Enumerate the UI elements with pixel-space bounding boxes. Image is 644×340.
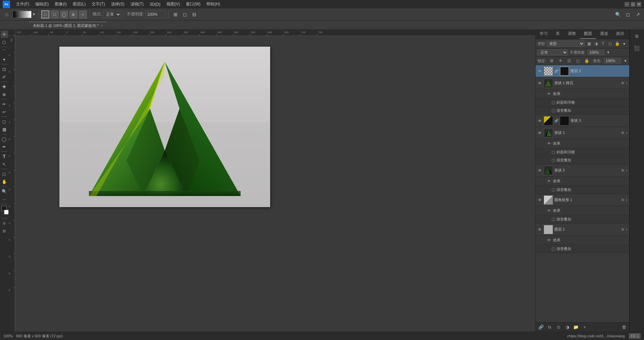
quick-mask-tool[interactable]: ⊙ [1, 220, 8, 227]
layer-item-layer1[interactable]: 👁 图层 1 fx ∧ [536, 224, 629, 236]
shape-tool[interactable]: ◻ [1, 170, 8, 178]
menu-text[interactable]: 文字(T) [89, 1, 107, 8]
fill-input[interactable] [604, 58, 621, 63]
lock-transform-icon[interactable]: ⊡ [566, 58, 572, 64]
menu-file[interactable]: 文件(F) [13, 1, 32, 8]
layer-eye-roundrect1[interactable]: 👁 [537, 197, 542, 203]
background-color[interactable] [4, 210, 9, 214]
add-link-btn[interactable]: 🔗 [538, 324, 544, 331]
delete-layer-btn[interactable]: 🗑 [621, 324, 627, 331]
eraser-tool[interactable]: ◻ [1, 118, 8, 125]
layer-eye-shape2[interactable]: 👁 [537, 168, 542, 173]
filter-shape-icon[interactable]: ◻ [607, 41, 613, 47]
layer-item-shape2[interactable]: 👁 形状 2 fx ∧ [536, 164, 629, 177]
sub-layer-effects-shape2[interactable]: 👁 效果 [536, 177, 629, 186]
sub-layer-effects-shape1copy[interactable]: 👁 效果 [536, 89, 629, 99]
layer-chevron-roundrect1[interactable]: ∧ [626, 198, 628, 202]
arrange-icon[interactable]: ◻ [624, 10, 632, 18]
menu-layer[interactable]: 图层(L) [70, 1, 89, 8]
single-line-btn[interactable]: ═ [79, 10, 87, 18]
effect-gradient-layer1[interactable]: 渐变叠加 [536, 245, 629, 253]
layer-item-shape3[interactable]: 👁 🔗 形状 3 [536, 115, 629, 127]
sub-layer-effects-layer1[interactable]: 👁 效果 [536, 236, 629, 245]
filter-adjust-icon[interactable]: ◑ [593, 41, 599, 47]
move-tool[interactable]: ✛ [1, 31, 8, 38]
new-group-btn[interactable]: 📁 [573, 324, 579, 331]
layer-item-shape1[interactable]: 👁 形状 1 fx ∧ [536, 127, 629, 139]
gradient-tool[interactable]: ▦ [1, 126, 8, 133]
filter-dot-icon[interactable]: ● [621, 41, 627, 47]
hand-tool[interactable]: ✋ [1, 178, 8, 185]
add-style-btn[interactable]: fx [546, 324, 553, 331]
layer-item-roundrect1[interactable]: 👁 圆角矩形 1 fx ∧ [536, 194, 629, 206]
document-tab[interactable]: 未标题-1 @ 100% (图层 2, 图层蒙版/8) * × [29, 22, 107, 29]
dodge-tool[interactable]: ◯ [1, 135, 8, 143]
magic-wand-tool[interactable]: ✦ [1, 56, 8, 63]
healing-tool[interactable]: ✚ [1, 83, 8, 90]
layer-eye-layer1[interactable]: 👁 [537, 227, 542, 232]
menu-3d[interactable]: 3D(D) [147, 1, 163, 7]
crop-tool[interactable]: ⊡ [1, 65, 8, 73]
layer-eye-layer2[interactable]: 👁 [537, 68, 542, 74]
colors-icon[interactable]: ⬛ [631, 43, 643, 54]
effect-gradient-shape1[interactable]: 渐变叠加 [536, 156, 629, 164]
tab-close-icon[interactable]: × [101, 24, 103, 28]
mode-select[interactable]: 正常 [103, 11, 121, 18]
effect-bevel-shape1copy[interactable]: 斜面和浮雕 [536, 99, 629, 107]
transform-btn[interactable]: ◻ [181, 10, 189, 18]
sub-layer-effects-shape1[interactable]: 👁 效果 [536, 139, 629, 148]
menu-edit[interactable]: 编辑(E) [33, 1, 51, 8]
rounded-rect-btn[interactable]: □ [51, 10, 59, 18]
sub-eye-effects-shape2[interactable]: 👁 [546, 179, 552, 184]
close-button[interactable]: ✕ [637, 2, 641, 7]
new-adjustment-btn[interactable]: ◑ [564, 324, 571, 331]
color-swatch[interactable] [13, 11, 32, 18]
double-rect-btn[interactable]: ▥ [69, 10, 78, 18]
menu-view[interactable]: 视图(V) [164, 1, 183, 8]
sub-layer-effects-roundrect1[interactable]: 👁 效果 [536, 206, 629, 215]
add-mask-btn[interactable]: ⊙ [555, 324, 562, 331]
filter-type-select[interactable]: 类型 [546, 41, 585, 47]
menu-image[interactable]: 图像(I) [52, 1, 69, 8]
brush-tool[interactable]: ✏ [1, 100, 8, 108]
align-btn[interactable]: ⊞ [171, 10, 180, 18]
lock-artboard-icon[interactable]: ◻ [575, 58, 581, 64]
sub-eye-effects-shape1copy[interactable]: 👁 [546, 91, 552, 97]
more-tools[interactable]: ··· [1, 195, 8, 203]
menu-select[interactable]: 选择(S) [108, 1, 127, 8]
lock-lock-icon[interactable]: 🔒 [584, 58, 590, 64]
eyedropper-tool[interactable]: ✐ [1, 73, 8, 81]
clone-tool[interactable]: ⊕ [1, 91, 8, 98]
properties-icon[interactable]: ≡ [631, 31, 643, 42]
lock-move-icon[interactable]: ✛ [557, 58, 563, 64]
lasso-tool[interactable]: ⌒ [1, 48, 8, 55]
filter-smart-icon[interactable]: 🔒 [614, 41, 620, 47]
menu-help[interactable]: 帮助(H) [204, 1, 223, 8]
opacity-input[interactable] [588, 50, 604, 55]
layer-chevron-layer1[interactable]: ∧ [626, 228, 628, 231]
blend-mode-select[interactable]: 正常 [538, 49, 568, 55]
tab-channels[interactable]: 通道 [596, 29, 612, 39]
tab-library[interactable]: 库 [552, 29, 564, 39]
zoom-tool[interactable]: 🔍 [1, 188, 8, 195]
layer-eye-shape1copy[interactable]: 👁 [537, 81, 542, 86]
history-brush-tool[interactable]: ↩ [1, 108, 8, 115]
layer-chevron-shape1[interactable]: ∧ [626, 131, 628, 135]
pen-tool[interactable]: ✒ [1, 143, 8, 150]
tab-adjustments[interactable]: 调整 [564, 29, 580, 39]
tab-paths[interactable]: 路径 [612, 29, 628, 39]
layer-item-layer2[interactable]: 👁 🔗 图层 2 [536, 65, 629, 77]
home-icon[interactable]: ⌂ [2, 10, 11, 19]
layer-eye-shape1[interactable]: 👁 [537, 130, 542, 136]
marquee-tool[interactable]: ◻ [1, 38, 8, 46]
lock-checkerboard-icon[interactable]: ⊞ [549, 58, 555, 64]
search-top-icon[interactable]: 🔍 [614, 10, 622, 18]
layer-chevron-shape2[interactable]: ∧ [626, 168, 628, 172]
opacity-input[interactable] [146, 11, 166, 18]
effect-gradient-shape1copy[interactable]: 渐变叠加 [536, 107, 629, 115]
path-select-tool[interactable]: ↖ [1, 160, 8, 168]
layer-eye-shape3[interactable]: 👁 [537, 118, 542, 124]
filter-text-icon[interactable]: T [600, 41, 606, 47]
opacity-dropdown[interactable]: ▼ [606, 50, 610, 54]
effect-gradient-roundrect1[interactable]: 渐变叠加 [536, 215, 629, 224]
